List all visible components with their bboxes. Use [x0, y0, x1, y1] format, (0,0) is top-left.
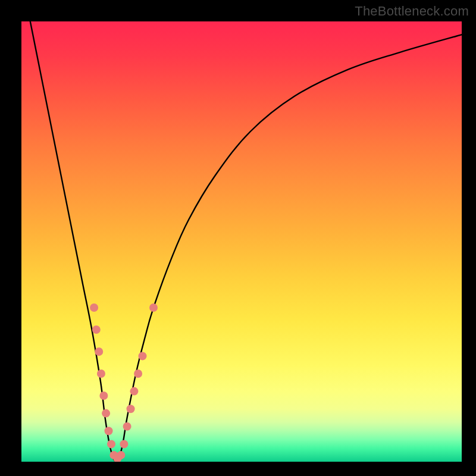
data-marker — [99, 392, 108, 400]
plot-area — [21, 21, 462, 462]
data-marker — [139, 352, 147, 360]
data-marker — [120, 440, 128, 448]
data-marker — [130, 387, 138, 396]
data-marker — [107, 440, 115, 448]
data-marker — [117, 451, 125, 459]
data-marker — [134, 369, 142, 378]
data-marker — [97, 369, 105, 378]
curve-line — [30, 21, 462, 462]
data-marker — [92, 325, 101, 334]
chart-svg — [21, 21, 462, 462]
data-marker — [149, 303, 158, 312]
data-marker — [127, 405, 135, 413]
data-marker — [90, 303, 98, 312]
data-marker — [123, 422, 131, 431]
data-marker — [105, 427, 113, 435]
watermark-text: TheBottleneck.com — [355, 4, 469, 19]
data-marker — [102, 409, 110, 418]
chart-frame: TheBottleneck.com — [0, 0, 476, 476]
data-marker — [95, 347, 103, 356]
